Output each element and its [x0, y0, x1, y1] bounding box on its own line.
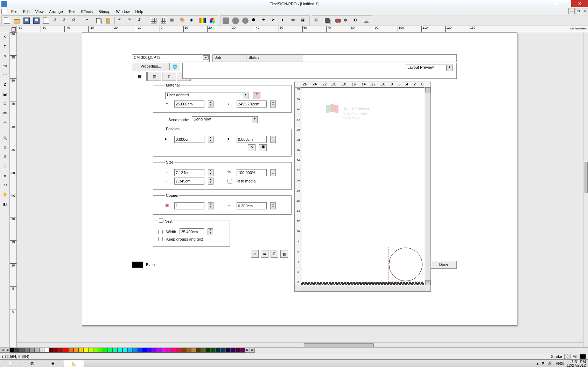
shape-oval-button[interactable] [241, 16, 250, 25]
palette-swatch[interactable] [39, 348, 44, 353]
fill-stroke-button[interactable] [159, 16, 168, 25]
copies-spacing-spinner[interactable] [270, 202, 276, 209]
palette-swatch[interactable] [172, 348, 176, 353]
send-mode-combo[interactable]: Send now [192, 116, 258, 123]
preview-scroll-down[interactable]: ▾ [425, 280, 430, 285]
save-as-button[interactable] [32, 16, 41, 25]
menu-arrange[interactable]: Arrange [46, 9, 65, 14]
measure-tool[interactable]: ⬓ [0, 89, 9, 98]
swatch-button[interactable]: ◉ [188, 16, 197, 25]
palette-swatch[interactable] [142, 348, 147, 353]
size-height-spinner[interactable] [208, 178, 214, 185]
effect-weld-button[interactable] [332, 16, 342, 25]
shape-border-button[interactable]: ▭ [290, 16, 299, 25]
preview-vscroll[interactable]: ▴ ▾ [425, 88, 430, 285]
menu-view[interactable]: View [33, 9, 47, 14]
zoom-selected-tool[interactable]: ◈ [0, 171, 9, 180]
new-button[interactable] [2, 16, 12, 25]
palette-swatch[interactable] [240, 348, 245, 353]
undo-multi-button[interactable]: ↺ [136, 16, 145, 25]
freehand-tool[interactable]: 〰 [0, 70, 9, 79]
mdi-close-button[interactable]: ✕ [582, 8, 588, 14]
menu-window[interactable]: Window [113, 9, 132, 14]
ruler-origin[interactable] [0, 26, 17, 32]
menu-help[interactable]: Help [133, 9, 146, 14]
text-tool[interactable]: T [0, 42, 9, 51]
design-central-button[interactable] [149, 16, 158, 25]
tray-volume-icon[interactable]: 🔊 [548, 361, 553, 366]
shape-tool[interactable]: □ [0, 99, 9, 108]
palette-swatch[interactable] [113, 348, 118, 353]
effect-stripe-button[interactable]: ◍ [342, 16, 351, 25]
material-profile-combo[interactable]: User defined [165, 92, 249, 99]
size-height-input[interactable] [174, 178, 204, 185]
effect-shadow-button[interactable] [323, 16, 332, 25]
effect-lens-button[interactable] [362, 16, 371, 25]
fit-to-media-checkbox[interactable] [227, 179, 232, 184]
window-maximize-button[interactable] [561, 0, 571, 7]
fill-swatch[interactable] [580, 354, 586, 359]
mirror-button[interactable]: ⇋ [261, 250, 268, 258]
material-settings-button[interactable]: ? [253, 92, 260, 99]
palette-swatch[interactable] [64, 348, 69, 353]
palette-swatch[interactable] [191, 348, 196, 353]
save-button[interactable] [22, 16, 31, 25]
shape-arrow-button[interactable]: ➤ [270, 16, 279, 25]
tab-panel[interactable]: ▥ [147, 72, 161, 81]
palette-swatch[interactable] [225, 348, 230, 353]
nest-width-spinner[interactable] [208, 228, 213, 235]
palette-swatch[interactable] [122, 348, 127, 353]
position-y-input[interactable] [237, 136, 267, 143]
paste-button[interactable] [104, 16, 113, 25]
shape-rect-button[interactable] [221, 16, 230, 25]
menu-edit[interactable]: Edit [20, 9, 33, 14]
vertical-ruler[interactable]: 605550454035302520151050 [10, 32, 17, 347]
palette-swatch[interactable] [137, 348, 142, 353]
palette-swatch[interactable] [186, 348, 191, 353]
fill-tool[interactable]: ◧ [0, 199, 9, 208]
palette-swatch[interactable] [162, 348, 167, 353]
import-button[interactable] [42, 16, 51, 25]
palette-swatch[interactable] [196, 348, 201, 353]
menu-file[interactable]: File [8, 9, 20, 14]
palette-swatch[interactable] [157, 348, 162, 353]
palette-swatch[interactable] [132, 348, 137, 353]
palette-swatch[interactable] [78, 348, 83, 353]
tab-options[interactable]: ⎍ [162, 72, 176, 81]
size-width-spinner[interactable] [208, 169, 214, 176]
palette-swatch[interactable] [69, 348, 74, 353]
open-button[interactable] [12, 16, 21, 25]
palette-swatch[interactable] [176, 348, 181, 353]
palette-swatch[interactable] [201, 348, 206, 353]
cut-plot-button[interactable]: ⎙ [71, 16, 80, 25]
rotate-button[interactable]: ⟳ [251, 250, 259, 258]
taskbar-app-flexisign[interactable]: 📐 [64, 360, 84, 367]
select-tool[interactable]: ↖ [0, 33, 9, 42]
label-tool[interactable]: ▭ [0, 108, 9, 117]
position-x-input[interactable] [174, 136, 204, 143]
material-width-input[interactable] [174, 101, 204, 108]
taskbar-app-3[interactable]: ◆ [43, 360, 63, 367]
undo-button[interactable]: ↶ [117, 16, 126, 25]
properties-button[interactable]: Properties... [132, 63, 170, 70]
nest-checkbox[interactable] [159, 218, 163, 223]
weed-button[interactable]: ▦ [280, 250, 288, 258]
cut-button[interactable]: ✂ [84, 16, 93, 25]
window-minimize-button[interactable] [550, 0, 561, 7]
tray-lang[interactable]: ENG [555, 361, 564, 366]
zoom-out-tool[interactable]: ⊖ [0, 152, 9, 161]
palette-swatch[interactable] [167, 348, 172, 353]
horizontal-ruler[interactable]: -60-50-40-30-20-100102030405060708090100… [0, 26, 588, 32]
shape-fan-button[interactable]: ◗ [280, 16, 289, 25]
copies-count-spinner[interactable] [208, 202, 214, 209]
shape-poly-button[interactable]: ⬢ [251, 16, 260, 25]
palette-swatch[interactable] [103, 348, 108, 353]
effect-outline-button[interactable]: ◎ [313, 16, 322, 25]
palette-swatch[interactable] [118, 348, 122, 353]
palette-swatch[interactable] [235, 348, 240, 353]
document-icon[interactable] [1, 9, 7, 14]
done-button[interactable]: Done [431, 261, 457, 269]
print-button[interactable]: 🖨 [51, 16, 61, 25]
copies-spacing-input[interactable] [237, 202, 267, 209]
interactive-position-button[interactable]: ↘ [248, 144, 255, 151]
